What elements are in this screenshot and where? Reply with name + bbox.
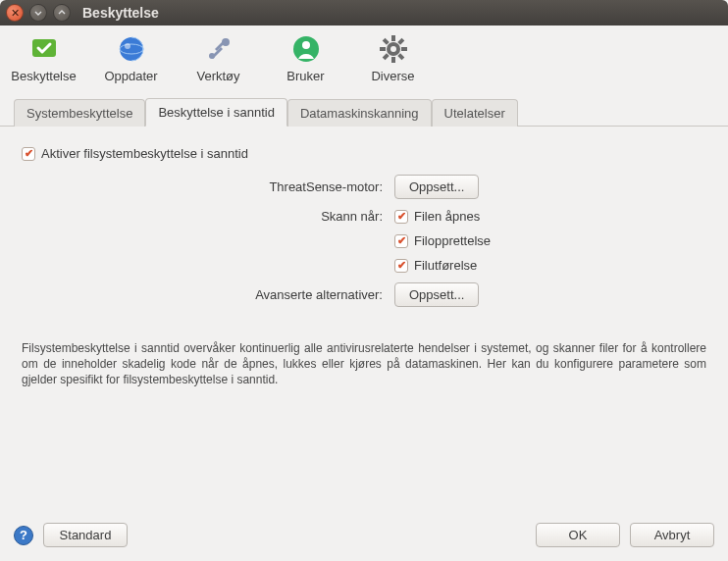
toolbar-item-label: Beskyttelse — [11, 69, 76, 83]
advanced-label: Avanserte alternativer: — [22, 287, 394, 302]
user-icon — [290, 33, 322, 65]
scan-file-create-checkbox[interactable]: ✔ — [394, 234, 408, 248]
titlebar: ✕ Beskyttelse — [0, 0, 728, 26]
tab-system-protection[interactable]: Systembeskyttelse — [14, 99, 145, 127]
toolbar-item-misc[interactable]: Diverse — [361, 33, 425, 83]
enable-realtime-checkbox[interactable]: ✔ — [22, 147, 35, 161]
tabstrip: Systembeskyttelse Beskyttelse i sanntid … — [0, 87, 728, 127]
svg-rect-15 — [382, 38, 389, 45]
tab-content: ✔ Aktiver filsystembeskyttelse i sanntid… — [0, 127, 728, 513]
svg-point-17 — [390, 46, 396, 52]
close-icon[interactable]: ✕ — [6, 4, 24, 22]
svg-rect-13 — [397, 38, 404, 45]
svg-rect-9 — [391, 35, 395, 41]
scan-when-label: Skann når: — [22, 209, 394, 224]
toolbar-item-label: Bruker — [286, 69, 324, 83]
scan-file-open-label: Filen åpnes — [414, 209, 480, 224]
threatsense-label: ThreatSense-motor: — [22, 179, 394, 194]
help-icon[interactable]: ? — [14, 526, 33, 545]
description-text: Filsystembeskyttelse i sanntid overvåker… — [22, 340, 706, 388]
scan-file-open-checkbox[interactable]: ✔ — [394, 210, 408, 224]
window-title: Beskyttelse — [82, 5, 159, 21]
footer: ? Standard OK Avbryt — [0, 513, 728, 561]
toolbar: Beskyttelse Oppdater — [0, 26, 728, 87]
svg-point-4 — [222, 38, 230, 46]
svg-rect-14 — [382, 53, 389, 60]
cancel-button[interactable]: Avbryt — [630, 523, 714, 547]
enable-realtime-row: ✔ Aktiver filsystembeskyttelse i sanntid — [22, 146, 706, 161]
toolbar-item-update[interactable]: Oppdater — [99, 33, 163, 83]
toolbar-item-protection[interactable]: Beskyttelse — [12, 33, 76, 83]
svg-rect-16 — [397, 53, 404, 60]
tab-computer-scan[interactable]: Datamaskinskanning — [287, 99, 432, 127]
window-body: Beskyttelse Oppdater — [0, 26, 728, 561]
tab-realtime-protection[interactable]: Beskyttelse i sanntid — [145, 98, 287, 127]
maximize-icon[interactable] — [53, 4, 71, 22]
toolbar-item-tools[interactable]: Verktøy — [186, 33, 250, 83]
threatsense-setup-button[interactable]: Oppsett... — [394, 175, 479, 199]
toolbar-item-label: Oppdater — [104, 69, 157, 83]
svg-point-5 — [209, 53, 215, 59]
svg-rect-11 — [380, 47, 386, 51]
minimize-icon[interactable] — [29, 4, 47, 22]
shield-icon — [28, 33, 60, 65]
default-button[interactable]: Standard — [43, 523, 128, 547]
tools-icon — [203, 33, 234, 65]
scan-file-create-label: Filopprettelse — [414, 233, 491, 248]
ok-button[interactable]: OK — [536, 523, 620, 547]
toolbar-item-label: Verktøy — [196, 69, 239, 83]
svg-rect-10 — [391, 57, 395, 63]
svg-rect-12 — [401, 47, 407, 51]
toolbar-item-user[interactable]: Bruker — [274, 33, 338, 83]
gear-icon — [378, 33, 409, 65]
scan-file-execute-checkbox[interactable]: ✔ — [394, 259, 408, 273]
tab-exclusions[interactable]: Utelatelser — [432, 99, 518, 127]
svg-point-3 — [125, 43, 130, 49]
scan-file-execute-label: Filutførelse — [414, 258, 477, 273]
advanced-setup-button[interactable]: Oppsett... — [394, 282, 479, 307]
toolbar-item-label: Diverse — [371, 69, 414, 83]
globe-icon — [116, 33, 147, 65]
svg-point-7 — [302, 41, 310, 49]
settings-grid: ThreatSense-motor: Oppsett... Skann når:… — [22, 175, 706, 307]
enable-realtime-label: Aktiver filsystembeskyttelse i sanntid — [41, 146, 248, 161]
